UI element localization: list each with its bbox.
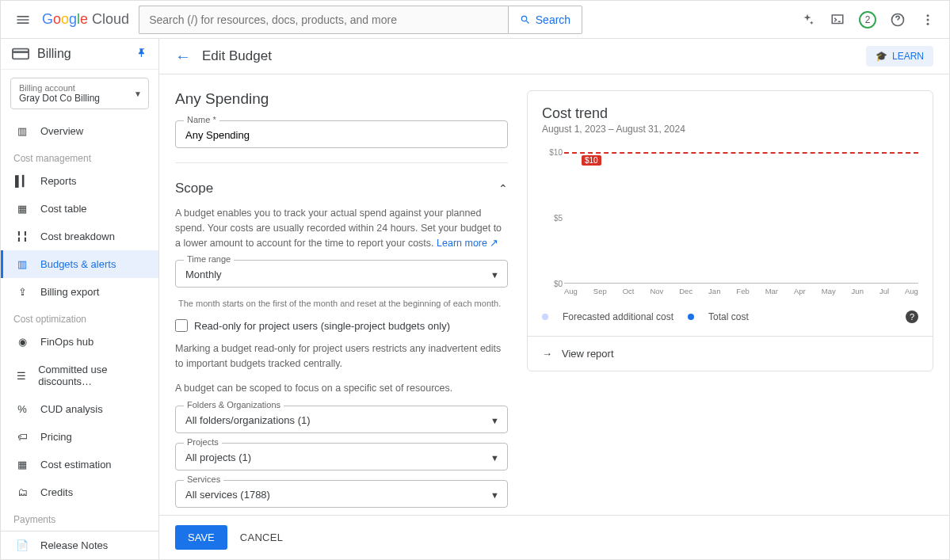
page-title: Edit Budget (202, 48, 272, 64)
services-select[interactable]: Services All services (1788) ▼ (175, 480, 508, 508)
learn-button[interactable]: 🎓 LEARN (866, 46, 933, 67)
breakdown-icon: ╏╏ (15, 230, 29, 242)
view-report-label: View report (562, 348, 614, 360)
chevron-down-icon: ▼ (490, 270, 499, 280)
svg-point-3 (927, 18, 929, 21)
x-tick: Jan (708, 287, 720, 303)
sparkle-icon[interactable] (799, 11, 816, 29)
legend-dot-forecast (542, 314, 548, 320)
threshold-badge: $10 (582, 155, 601, 166)
search-group: Search (139, 6, 582, 34)
y-tick: $5 (554, 214, 563, 223)
legend-help-icon[interactable]: ? (906, 310, 918, 323)
table-icon: ▦ (15, 203, 29, 215)
cost-trend-subtitle: August 1, 2023 – August 31, 2024 (542, 124, 918, 135)
cost-trend-chart: $10 $5 $0 $10 AugSepOctNovDecJanFebMarAp (542, 152, 918, 303)
help-icon[interactable] (889, 11, 906, 29)
cancel-button[interactable]: CANCEL (240, 525, 284, 550)
x-tick: Nov (650, 287, 663, 303)
x-tick: Oct (623, 287, 635, 303)
billing-icon (12, 48, 29, 60)
name-input[interactable] (185, 129, 498, 141)
learn-more-link[interactable]: Learn more ↗ (437, 238, 498, 249)
folders-value: All folders/organizations (1) (185, 414, 498, 426)
scoped-description: A budget can be scoped to focus on a spe… (175, 381, 508, 396)
back-arrow-icon[interactable]: ← (175, 48, 191, 66)
x-tick: Jun (852, 287, 864, 303)
baseline (564, 283, 918, 284)
sidebar-item-reports[interactable]: ▌▎Reports (1, 167, 158, 195)
more-menu-icon[interactable] (919, 11, 937, 29)
sidebar-item-cud-analysis[interactable]: %CUD analysis (1, 395, 158, 423)
readonly-checkbox-row[interactable]: Read-only for project users (single-proj… (175, 319, 508, 332)
sidebar-item-cost-table[interactable]: ▦Cost table (1, 195, 158, 223)
sidebar-item-pricing[interactable]: 🏷Pricing (1, 423, 158, 451)
sidebar-item-release-notes[interactable]: 📄Release Notes (1, 531, 158, 559)
sidebar-item-credits[interactable]: 🗂Credits (1, 478, 158, 506)
overview-icon: ▥ (15, 125, 29, 137)
chevron-up-icon: ⌃ (498, 182, 508, 195)
readonly-checkbox[interactable] (175, 319, 188, 332)
hamburger-menu-icon[interactable] (13, 10, 32, 29)
search-button[interactable]: Search (508, 6, 582, 34)
search-button-label: Search (536, 13, 570, 26)
sidebar-item-budgets[interactable]: ▥Budgets & alerts (1, 250, 158, 278)
learn-icon: 🎓 (876, 51, 887, 62)
sidebar-item-cost-estimation[interactable]: ▦Cost estimation (1, 451, 158, 478)
sidebar: Billing Billing account Gray Dot Co Bill… (1, 39, 159, 559)
readonly-description: Marking a budget read-only for project u… (175, 341, 508, 371)
finops-icon: ◉ (15, 336, 29, 348)
product-logo[interactable]: Google Cloud (42, 11, 129, 28)
x-tick: Sep (593, 287, 607, 303)
scope-section-header[interactable]: Scope ⌃ (175, 181, 508, 196)
x-tick: Feb (736, 287, 749, 303)
analysis-icon: % (15, 403, 29, 415)
chevron-down-icon: ▼ (490, 453, 499, 463)
billing-account-select[interactable]: Billing account Gray Dot Co Billing ▼ (10, 78, 149, 109)
cloud-shell-icon[interactable] (829, 11, 846, 29)
notifications-badge[interactable]: 2 (859, 11, 876, 29)
sidebar-item-cud-discounts[interactable]: ☰Committed use discounts… (1, 356, 158, 395)
budgets-icon: ▥ (15, 258, 29, 270)
svg-rect-5 (13, 49, 29, 59)
sidebar-section-cost-management: Cost management (1, 145, 158, 167)
services-value: All services (1788) (185, 489, 498, 501)
search-input[interactable] (139, 6, 508, 34)
name-field[interactable]: Name * (175, 120, 508, 148)
sidebar-section-payments: Payments (1, 506, 158, 528)
billing-account-label: Billing account (19, 83, 140, 93)
x-tick: Mar (765, 287, 778, 303)
y-tick: $10 (549, 148, 563, 157)
readonly-label: Read-only for project users (single-proj… (194, 320, 450, 332)
time-range-select[interactable]: Time range Monthly ▼ (175, 260, 508, 288)
save-button[interactable]: SAVE (175, 525, 227, 550)
view-report-link[interactable]: → View report (528, 336, 933, 371)
form-footer: SAVE CANCEL (159, 515, 949, 559)
cost-trend-card: Cost trend August 1, 2023 – August 31, 2… (527, 90, 933, 371)
svg-point-4 (927, 22, 929, 25)
estimation-icon: ▦ (15, 459, 29, 470)
legend-forecast-label: Forecasted additional cost (563, 311, 673, 322)
release-notes-icon: 📄 (15, 539, 29, 551)
x-tick: Dec (679, 287, 692, 303)
svg-point-2 (927, 14, 929, 17)
x-tick: Apr (794, 287, 806, 303)
sidebar-item-export[interactable]: ⇪Billing export (1, 278, 158, 306)
export-icon: ⇪ (15, 286, 29, 298)
search-icon (520, 14, 531, 25)
scope-title: Scope (175, 181, 213, 196)
services-label: Services (184, 474, 223, 484)
folders-select[interactable]: Folders & Organizations All folders/orga… (175, 406, 508, 433)
budget-form: Any Spending Name * Scope ⌃ A budget ena… (175, 90, 508, 499)
chevron-down-icon: ▼ (490, 490, 499, 500)
pin-icon[interactable] (136, 48, 147, 61)
sidebar-header: Billing (1, 39, 158, 70)
credits-icon: 🗂 (15, 486, 29, 498)
legend-total-label: Total cost (708, 311, 749, 322)
sidebar-item-finops[interactable]: ◉FinOps hub (1, 328, 158, 356)
divider (175, 162, 508, 163)
chart-legend: Forecasted additional cost Total cost ? (528, 304, 933, 336)
sidebar-item-cost-breakdown[interactable]: ╏╏Cost breakdown (1, 223, 158, 250)
sidebar-item-overview[interactable]: ▥Overview (1, 117, 158, 145)
projects-select[interactable]: Projects All projects (1) ▼ (175, 443, 508, 470)
